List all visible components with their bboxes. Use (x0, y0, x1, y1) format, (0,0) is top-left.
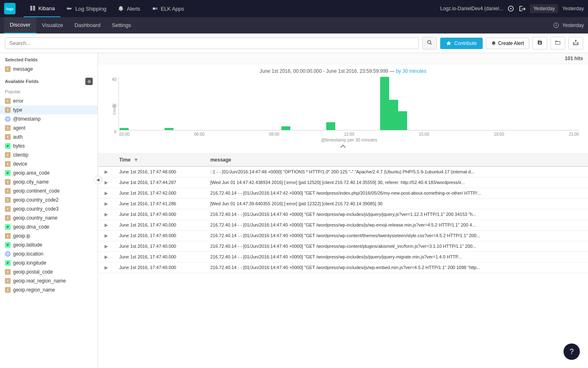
logo[interactable]: logz (4, 3, 16, 14)
field-geoip-postal-code[interactable]: t geoip.postal_code (0, 267, 98, 276)
row-expand-button[interactable]: ▶ (103, 233, 109, 238)
row-expand-button[interactable]: ▶ (103, 169, 109, 174)
chart-bar (398, 111, 407, 130)
field-device[interactable]: t device (0, 159, 98, 168)
chart-bar (389, 100, 398, 130)
field-agent[interactable]: t agent (0, 123, 98, 132)
selected-field-message[interactable]: t message (0, 65, 98, 74)
chart-bar (120, 128, 129, 130)
table-area: Time ▼ message ▶ June 1st 2016, 17:47:48… (98, 154, 588, 368)
field-type[interactable]: t type (0, 105, 98, 114)
field-error[interactable]: t error (0, 96, 98, 105)
field-type-text-icon: t (5, 215, 11, 221)
row-expand-button[interactable]: ▶ (103, 254, 109, 259)
field-type-text-icon: t (5, 98, 11, 104)
expand-col-header (98, 154, 114, 166)
field-type-text-icon: t (5, 206, 11, 212)
chat-bubble[interactable]: ? (564, 343, 580, 360)
field-geoip-longitude[interactable]: # geoip.longitude (0, 258, 98, 267)
nav-log-shipping[interactable]: Log Shipping (60, 0, 112, 17)
message-cell: 216.72.40.14 - - [01/Jun/2016:14:47:40 +… (205, 209, 588, 220)
chart-bar (165, 128, 174, 130)
field-type-text-icon: t (5, 269, 11, 275)
field-geoip-latitude[interactable]: # geoip.latitude (0, 240, 98, 249)
sidebar: Selected Fields t message Available Fiel… (0, 53, 98, 368)
field-geoip-area-code[interactable]: # geoip.area_code (0, 168, 98, 177)
nav-settings[interactable]: Settings (106, 17, 137, 34)
field-geoip-region-name[interactable]: t geoip.region_name (0, 285, 98, 294)
nav-elk-apps[interactable]: ELK Apps (146, 0, 190, 17)
field-geoip-country-code3[interactable]: t geoip.country_code3 (0, 204, 98, 213)
field-timestamp[interactable]: ⊙ @timestamp (0, 114, 98, 123)
field-type-text-icon: t (5, 125, 11, 131)
top-nav-right: Logz.io-DanielDev4 (daniel... Yesterday … (440, 4, 584, 13)
row-expand-button[interactable]: ▶ (103, 201, 109, 206)
time-cell: June 1st 2016, 17:47:40.000 (114, 209, 205, 220)
table-row: ▶ June 1st 2016, 17:47:40.000 216.72.40.… (98, 209, 588, 220)
message-cell: [Wed Jun 01 14:47:42.438934 2016] [:erro… (205, 177, 588, 188)
chat-icon: ? (570, 348, 574, 356)
field-auth[interactable]: t auth (0, 132, 98, 141)
time-range-label: Yesterday (530, 4, 558, 13)
chart-bar (380, 77, 389, 130)
nav-kibana[interactable]: Kibana (24, 0, 60, 17)
table-row: ▶ June 1st 2016, 17:47:40.000 216.72.40.… (98, 220, 588, 231)
nav-alerts[interactable]: Alerts (112, 0, 146, 17)
field-bytes[interactable]: # bytes (0, 141, 98, 150)
message-col-header: message (205, 154, 588, 166)
field-geoip-dma-code[interactable]: # geoip.dma_code (0, 222, 98, 231)
chart-bar (326, 122, 335, 130)
field-type-text-icon: t (5, 233, 11, 239)
field-clientip[interactable]: t clientip (0, 150, 98, 159)
time-cell: June 1st 2016, 17:47:41.286 (114, 199, 205, 209)
row-expand-button[interactable]: ▶ (103, 191, 109, 195)
nav-visualize[interactable]: Visualize (36, 17, 69, 34)
field-type-text-icon: t (5, 278, 11, 284)
row-expand-button[interactable]: ▶ (103, 244, 109, 249)
search-button[interactable] (422, 37, 437, 49)
field-type-num-icon: # (5, 242, 11, 248)
time-col-header[interactable]: Time ▼ (114, 154, 205, 166)
field-geoip-continent-code[interactable]: t geoip.continent_code (0, 186, 98, 195)
hits-count: 101 hits (565, 56, 583, 61)
chart-title: June 1st 2016, 00:00:00.000 - June 1st 2… (106, 68, 580, 74)
time-cell: June 1st 2016, 17:47:40.000 (114, 220, 205, 231)
chevron-up-icon (340, 144, 346, 148)
field-geoip-location[interactable]: ⊙ geoip.location (0, 249, 98, 258)
logout-icon[interactable] (519, 5, 526, 12)
sidebar-collapse-button[interactable]: ◀ (94, 176, 102, 184)
nav-discover[interactable]: Discover (4, 17, 36, 34)
chart-collapse-button[interactable] (106, 142, 580, 151)
contribute-button[interactable]: Contribute (440, 38, 482, 49)
row-expand-button[interactable]: ▶ (103, 180, 109, 185)
field-type-text-icon: t (5, 197, 11, 203)
time-range-display[interactable]: Yesterday (562, 22, 584, 28)
settings-icon[interactable] (507, 5, 514, 12)
table-row: ▶ June 1st 2016, 17:47:40.000 216.72.40.… (98, 231, 588, 241)
search-icon (427, 40, 432, 45)
row-expand-button[interactable]: ▶ (103, 212, 109, 217)
time-cell: June 1st 2016, 17:47:40.000 (114, 252, 205, 263)
field-geoip-city-name[interactable]: t geoip.city_name (0, 177, 98, 186)
save-button[interactable] (532, 37, 547, 49)
table-row: ▶ June 1st 2016, 17:47:40.000 216.72.40.… (98, 263, 588, 273)
available-fields-gear[interactable]: ⚙ (85, 78, 93, 85)
svg-point-5 (428, 40, 431, 44)
field-geoip-real-region-name[interactable]: t geoip.real_region_name (0, 276, 98, 285)
search-input[interactable] (5, 37, 419, 49)
time-cell: June 1st 2016, 17:47:42.000 (114, 188, 205, 199)
field-type-num-icon: # (5, 224, 11, 230)
field-geoip-ip[interactable]: t geoip.ip (0, 231, 98, 240)
share-button[interactable] (568, 37, 583, 49)
nav-dashboard[interactable]: Dashboard (69, 17, 106, 34)
field-geoip-country-name[interactable]: t geoip.country_name (0, 213, 98, 222)
row-expand-button[interactable]: ▶ (103, 222, 109, 227)
time-cell: June 1st 2016, 17:47:48.000 (114, 166, 205, 177)
row-expand-button[interactable]: ▶ (103, 265, 109, 270)
chart-interval-link[interactable]: by 30 minutes (396, 68, 426, 74)
create-alert-button[interactable]: Create Alert (486, 38, 529, 49)
hits-bar: 101 hits (98, 53, 588, 64)
open-button[interactable] (550, 37, 565, 49)
field-geoip-country-code2[interactable]: t geoip.country_code2 (0, 195, 98, 204)
contribute-icon (446, 40, 452, 46)
